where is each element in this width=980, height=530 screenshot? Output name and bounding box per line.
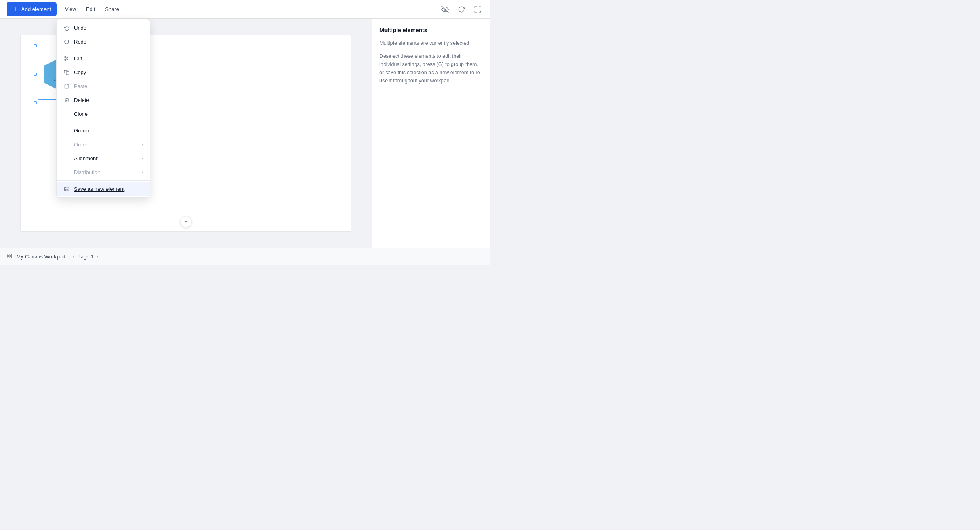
eye-slash-icon[interactable] (439, 4, 451, 15)
menu-item-redo[interactable]: Redo (57, 35, 150, 49)
topbar: ＋ Add element View Edit Share (0, 0, 490, 19)
menu-item-cut[interactable]: Cut (57, 51, 150, 65)
delete-icon (63, 97, 70, 103)
distribution-icon (63, 169, 70, 175)
alignment-icon (63, 155, 70, 161)
bottombar: My Canvas Workpad ‹ Page 1 › (0, 248, 490, 265)
fullscreen-icon[interactable] (472, 4, 483, 15)
menu-label-group: Group (74, 128, 143, 134)
add-element-button[interactable]: ＋ Add element (7, 2, 57, 16)
menu-label-cut: Cut (74, 55, 143, 62)
menu-label-save-as-new: Save as new element (74, 186, 143, 192)
svg-line-5 (66, 57, 67, 58)
svg-rect-6 (66, 71, 69, 74)
menu-item-group[interactable]: Group (57, 124, 150, 137)
topbar-right-icons (439, 4, 483, 15)
right-panel-text2: Deselect these elements to edit their in… (379, 52, 483, 85)
svg-line-4 (67, 59, 68, 60)
menu-item-distribution: Distribution › (57, 165, 150, 179)
nav-view[interactable]: View (63, 4, 78, 14)
undo-icon (63, 24, 70, 31)
prev-page-arrow[interactable]: ‹ (73, 254, 75, 260)
nav-edit[interactable]: Edit (84, 4, 97, 14)
right-panel-title: Multiple elements (379, 27, 483, 33)
svg-rect-10 (7, 256, 9, 258)
page-name: Page 1 (77, 254, 94, 260)
menu-item-undo[interactable]: Undo (57, 21, 150, 35)
menu-item-copy[interactable]: Copy (57, 65, 150, 79)
nav-share[interactable]: Share (103, 4, 121, 14)
right-panel: Multiple elements Multiple elements are … (372, 19, 490, 248)
distribution-arrow-icon: › (142, 170, 143, 174)
order-arrow-icon: › (142, 142, 143, 147)
right-panel-text1: Multiple elements are currently selected… (379, 39, 483, 47)
menu-label-alignment: Alignment (74, 155, 137, 161)
separator-1 (57, 50, 150, 50)
menu-label-delete: Delete (74, 97, 143, 103)
menu-item-clone[interactable]: Clone (57, 107, 150, 121)
canvas-area: 13 Countries (0, 19, 372, 248)
context-menu: Undo Redo Cut Copy Paste Delete (56, 19, 150, 198)
alignment-arrow-icon: › (142, 156, 143, 161)
copy-icon (63, 69, 70, 75)
svg-point-2 (64, 59, 66, 60)
separator-3 (57, 180, 150, 181)
grid-icon[interactable] (7, 253, 12, 260)
svg-point-1 (64, 56, 66, 57)
page-navigation: ‹ Page 1 › (73, 254, 98, 260)
group-icon (63, 127, 70, 134)
handle-top-left[interactable] (34, 44, 37, 47)
svg-rect-8 (7, 254, 9, 256)
menu-item-save-as-new[interactable]: Save as new element (57, 182, 150, 196)
save-new-icon (63, 186, 70, 192)
menu-label-undo: Undo (74, 25, 143, 31)
svg-rect-7 (66, 84, 67, 85)
handle-bottom-left[interactable] (34, 101, 37, 104)
workpad-name: My Canvas Workpad (16, 254, 65, 260)
redo-icon (63, 38, 70, 45)
svg-rect-9 (10, 254, 11, 256)
refresh-icon[interactable] (456, 4, 467, 15)
order-icon (63, 141, 70, 148)
menu-label-order: Order (74, 141, 137, 148)
menu-item-order: Order › (57, 137, 150, 151)
menu-item-alignment[interactable]: Alignment › (57, 151, 150, 165)
menu-label-distribution: Distribution (74, 169, 137, 175)
next-page-arrow[interactable]: › (96, 254, 98, 260)
menu-item-delete[interactable]: Delete (57, 93, 150, 107)
separator-2 (57, 122, 150, 122)
paste-icon (63, 83, 70, 89)
menu-label-clone: Clone (74, 111, 143, 117)
clone-icon (63, 110, 70, 117)
plus-icon: ＋ (12, 5, 19, 13)
menu-item-paste: Paste (57, 79, 150, 93)
svg-rect-11 (10, 256, 11, 258)
menu-label-paste: Paste (74, 83, 143, 89)
menu-label-redo: Redo (74, 39, 143, 45)
cut-icon (63, 55, 70, 62)
menu-label-copy: Copy (74, 69, 143, 75)
handle-middle-left[interactable] (34, 73, 37, 76)
scroll-down-indicator[interactable] (180, 216, 192, 227)
